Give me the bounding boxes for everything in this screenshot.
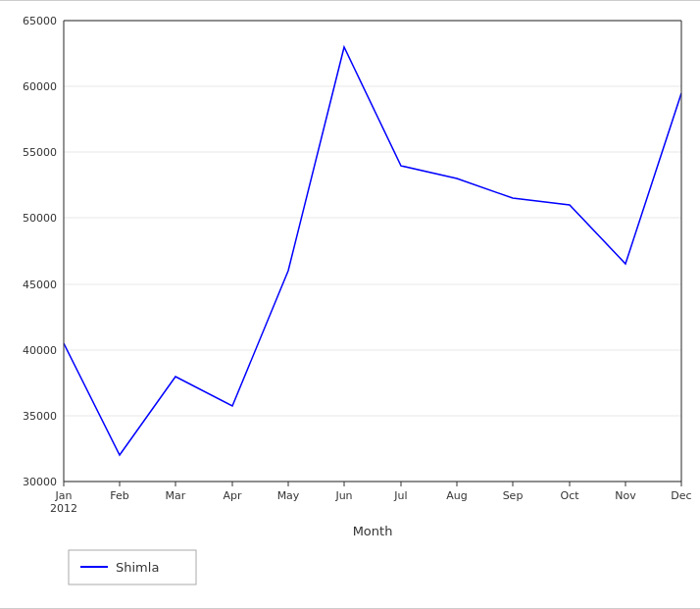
x-label-oct: Oct <box>560 489 579 502</box>
y-label-35000: 35000 <box>23 410 57 423</box>
x-label-dec: Dec <box>671 489 691 502</box>
x-label-mar: Mar <box>166 489 186 502</box>
x-label-nov: Nov <box>615 489 636 502</box>
x-label-aug: Aug <box>446 489 467 502</box>
y-label-60000: 60000 <box>23 80 57 93</box>
x-label-2012: 2012 <box>50 502 77 515</box>
y-label-55000: 55000 <box>23 146 57 159</box>
line-chart: 65000 60000 55000 50000 45000 40000 3500… <box>0 1 700 608</box>
x-label-jun: Jun <box>334 489 352 502</box>
legend-label-shimla: Shimla <box>116 560 159 575</box>
x-label-sep: Sep <box>503 489 524 502</box>
y-label-50000: 50000 <box>23 212 57 225</box>
y-label-30000: 30000 <box>23 476 57 488</box>
chart-container: 65000 60000 55000 50000 45000 40000 3500… <box>0 0 700 609</box>
x-label-apr: Apr <box>223 489 242 502</box>
y-label-45000: 45000 <box>23 279 57 291</box>
x-label-feb: Feb <box>110 489 128 502</box>
x-label-jul: Jul <box>393 489 407 502</box>
plot-area <box>64 21 681 482</box>
y-label-65000: 65000 <box>23 15 57 27</box>
y-label-40000: 40000 <box>23 344 57 357</box>
x-label-may: May <box>277 489 300 502</box>
x-axis-label: Month <box>353 524 393 538</box>
x-label-jan: Jan <box>55 489 73 502</box>
